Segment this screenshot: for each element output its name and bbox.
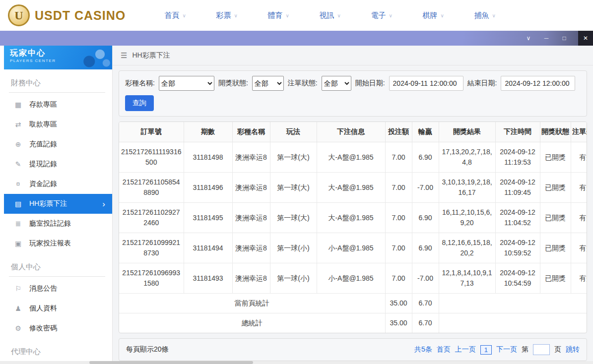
maximize-button[interactable]: □: [560, 35, 568, 42]
sidebar-item-label: 廳室投註記錄: [29, 219, 71, 228]
bet-records-table-box: 訂單號期數彩種名稱玩法下注信息投注額輸贏開獎結果下注時間開獎狀態注單狀態 215…: [119, 121, 587, 333]
jump-prefix-label: 第: [522, 345, 528, 354]
query-button[interactable]: 查詢: [125, 95, 154, 111]
draw-status-select[interactable]: 全部: [252, 76, 284, 91]
win-loss-cell: 6.90: [412, 203, 439, 233]
column-header: 下注信息: [317, 122, 385, 142]
breadcrumb: ☰ HH彩票下注: [113, 46, 593, 65]
lottery-type-select[interactable]: 全部: [159, 76, 214, 91]
bet-amount-cell: 7.00: [385, 263, 412, 294]
nav-item[interactable]: 體育∨: [253, 11, 304, 20]
sidebar-item-label: 提現記錄: [29, 160, 57, 169]
sidebar-item-label: 個人資料: [29, 304, 57, 313]
sidebar-item-label: 修改密碼: [29, 324, 57, 333]
order-status-cell: 有效: [571, 203, 587, 233]
next-page-link[interactable]: 下一页: [496, 345, 517, 354]
column-header: 開獎結果: [439, 122, 495, 142]
sidebar-item[interactable]: ¤資金記錄: [4, 174, 112, 194]
current-page-indicator[interactable]: 1: [480, 345, 492, 355]
play-type-cell: 第一球(大): [270, 173, 317, 203]
sidebar-item[interactable]: ⇄取款專區: [4, 115, 112, 134]
start-date-label: 開始日期:: [355, 79, 385, 88]
horizontal-scrollbar[interactable]: [0, 361, 593, 364]
draw-result-cell: 17,13,20,2,7,18,4,8: [439, 142, 495, 173]
nav-item[interactable]: 首頁∨: [149, 11, 201, 20]
page-jump-input[interactable]: [533, 344, 550, 355]
table-row: 215217261111931650031181498澳洲幸运8第一球(大)大-…: [119, 142, 587, 173]
sidebar-item[interactable]: ▣玩家投注報表: [4, 234, 112, 253]
order-status-cell: 有效: [571, 142, 587, 173]
period-cell: 31181493: [184, 263, 232, 294]
order-status-select[interactable]: 全部: [322, 76, 351, 91]
summary-bet-total: 35.00: [385, 313, 412, 333]
order-no-cell: 2152172611119316500: [119, 142, 184, 173]
bet-time-cell: 2024-09-12 11:09:45: [495, 173, 540, 203]
draw-result-cell: 12,1,8,14,10,9,17,13: [439, 263, 495, 294]
order-no-cell: 2152172610999218730: [119, 233, 184, 263]
cashout-record-icon: ✎: [14, 160, 22, 168]
sidebar: 玩家中心 PLAYERS CENTER 財務中心▦存款專區⇄取款專區⊕充值記錄✎…: [4, 46, 112, 364]
period-cell: 31181494: [184, 233, 232, 263]
column-header: 輸贏: [412, 122, 439, 142]
column-header: 期數: [184, 122, 232, 142]
order-status-label: 注單狀態:: [288, 79, 318, 88]
sidebar-item[interactable]: ▤HH彩票下注›: [4, 194, 112, 214]
deposit-icon: ▦: [14, 101, 22, 109]
play-type-cell: 第一球(大): [270, 142, 317, 173]
main-content: 彩種名稱: 全部 開獎狀態: 全部 注單狀態: 全部 開始日期: 結束日期:: [113, 65, 593, 364]
logo-text: USDT CASINO: [35, 8, 126, 23]
sidebar-item[interactable]: ⚙修改密碼: [4, 318, 112, 338]
app-frame: 玩家中心 PLAYERS CENTER 財務中心▦存款專區⇄取款專區⊕充值記錄✎…: [0, 46, 593, 364]
summary-row: 當前頁統計35.006.70: [119, 294, 587, 313]
draw-status-label: 開獎狀態:: [218, 79, 248, 88]
jump-button[interactable]: 跳转: [566, 345, 580, 354]
draw-status-cell: 已開獎: [540, 173, 571, 203]
logo[interactable]: U USDT CASINO: [8, 4, 126, 26]
lottery-bet-icon: ▤: [14, 200, 22, 208]
page-title: HH彩票下注: [132, 51, 170, 60]
nav-item[interactable]: 電子∨: [356, 11, 407, 20]
start-date-input[interactable]: [389, 76, 463, 91]
sidebar-header: 玩家中心 PLAYERS CENTER: [4, 46, 112, 69]
play-type-cell: 第一球(小): [270, 233, 317, 263]
play-type-cell: 第一球(大): [270, 203, 317, 233]
period-cell: 31181496: [184, 173, 232, 203]
hamburger-icon[interactable]: ☰: [121, 51, 127, 60]
logo-icon: U: [8, 4, 30, 26]
sidebar-section-title: 財務中心: [9, 75, 105, 93]
nav-item[interactable]: 棋牌∨: [407, 11, 459, 20]
nav-item[interactable]: 視訊∨: [304, 11, 356, 20]
horizontal-scrollbar-thumb[interactable]: [89, 361, 253, 364]
minimize-button[interactable]: ─: [542, 35, 550, 42]
end-date-input[interactable]: [501, 76, 575, 91]
prev-page-link[interactable]: 上一页: [455, 345, 476, 354]
sidebar-item[interactable]: ⊕充值記錄: [4, 134, 112, 154]
chevron-right-icon: ›: [102, 200, 105, 208]
table-header-row: 訂單號期數彩種名稱玩法下注信息投注額輸贏開獎結果下注時間開獎狀態注單狀態: [119, 122, 587, 142]
win-loss-cell: -7.00: [412, 173, 439, 203]
sidebar-item[interactable]: ▦存款專區: [4, 95, 112, 115]
order-no-cell: 2152172610969931580: [119, 263, 184, 294]
draw-result-cell: 8,12,16,6,15,18,20,2: [439, 233, 495, 263]
notice-icon: ⚐: [14, 285, 22, 293]
sidebar-item[interactable]: ⚐消息公告: [4, 279, 112, 299]
sidebar-item[interactable]: ✎提現記錄: [4, 154, 112, 174]
bet-amount-cell: 7.00: [385, 233, 412, 263]
titlebar-dropdown-icon[interactable]: ∨: [525, 35, 532, 42]
summary-label: 當前頁統計: [119, 294, 385, 313]
nav-item-label: 視訊: [320, 11, 334, 20]
sidebar-item-label: 消息公告: [29, 284, 57, 293]
sidebar-item-label: 取款專區: [29, 120, 57, 129]
nav-item[interactable]: 彩票∨: [201, 11, 253, 20]
nav-item[interactable]: 捕魚∨: [459, 11, 511, 20]
table-row: 215217261096993158031181493澳洲幸运8第一球(小)小-…: [119, 263, 587, 294]
close-button[interactable]: ✕: [578, 31, 593, 46]
hall-bet-record-icon: ≣: [14, 220, 22, 228]
sidebar-item-label: 資金記錄: [29, 180, 57, 188]
chevron-down-icon: ∨: [234, 13, 238, 18]
sidebar-item[interactable]: ♟個人資料: [4, 299, 112, 318]
sidebar-sections: 財務中心▦存款專區⇄取款專區⊕充值記錄✎提現記錄¤資金記錄▤HH彩票下注›≣廳室…: [4, 69, 112, 364]
first-page-link[interactable]: 首页: [437, 345, 451, 354]
sidebar-item[interactable]: ≣廳室投註記錄: [4, 214, 112, 234]
order-status-cell: 有效: [571, 263, 587, 294]
